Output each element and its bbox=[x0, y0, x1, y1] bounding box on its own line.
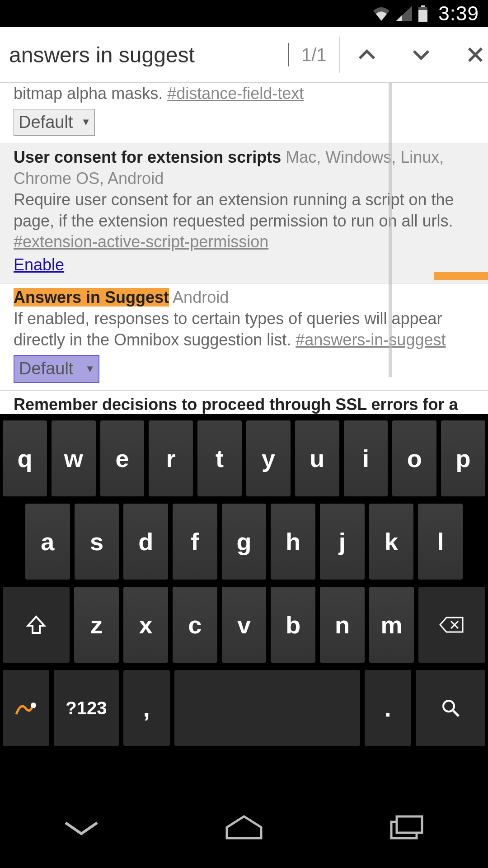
key-space[interactable] bbox=[174, 670, 360, 746]
key-r[interactable]: r bbox=[149, 420, 193, 496]
key-shift[interactable] bbox=[3, 587, 70, 663]
navigation-bar bbox=[0, 787, 488, 868]
find-in-page-bar: 1/1 bbox=[0, 27, 488, 83]
key-b[interactable]: b bbox=[271, 587, 315, 663]
key-search[interactable] bbox=[416, 670, 485, 746]
keyboard-row-1: q w e r t y u i o p bbox=[3, 420, 485, 496]
key-w[interactable]: w bbox=[52, 420, 96, 496]
find-close-button[interactable] bbox=[448, 28, 488, 82]
find-match-count: 1/1 bbox=[289, 37, 340, 73]
key-symbols[interactable]: ?123 bbox=[54, 670, 119, 746]
cell-signal-icon bbox=[396, 6, 412, 21]
key-a[interactable]: a bbox=[25, 504, 70, 580]
svg-rect-2 bbox=[418, 10, 427, 22]
find-prev-button[interactable] bbox=[340, 28, 394, 82]
soft-keyboard: q w e r t y u i o p a s d f g h j k l z … bbox=[0, 414, 488, 762]
flag-item-answers-in-suggest: Answers in Suggest Android If enabled, r… bbox=[0, 283, 488, 391]
key-j[interactable]: j bbox=[320, 504, 365, 580]
key-h[interactable]: h bbox=[271, 504, 315, 580]
svg-line-5 bbox=[453, 711, 459, 716]
svg-rect-7 bbox=[397, 816, 422, 833]
key-e[interactable]: e bbox=[100, 420, 145, 496]
scrollbar-thumb[interactable] bbox=[389, 83, 392, 377]
key-n[interactable]: n bbox=[320, 587, 365, 663]
key-g[interactable]: g bbox=[222, 504, 267, 580]
nav-home-button[interactable] bbox=[203, 805, 285, 850]
flag-item-extension-consent: User consent for extension scripts Mac, … bbox=[0, 143, 488, 283]
svg-rect-0 bbox=[421, 5, 425, 7]
key-s[interactable]: s bbox=[75, 504, 119, 580]
find-next-button[interactable] bbox=[394, 28, 448, 82]
page-content[interactable]: bitmap alpha masks. #distance-field-text… bbox=[0, 83, 488, 414]
key-y[interactable]: y bbox=[246, 420, 291, 496]
flag-hash-link[interactable]: #answers-in-suggest bbox=[296, 330, 446, 349]
flag-enable-link[interactable]: Enable bbox=[14, 255, 64, 276]
key-c[interactable]: c bbox=[173, 587, 217, 663]
key-k[interactable]: k bbox=[369, 504, 414, 580]
status-time: 3:39 bbox=[438, 2, 479, 25]
flag-select[interactable]: Default▼ bbox=[14, 109, 95, 136]
key-f[interactable]: f bbox=[173, 504, 217, 580]
key-q[interactable]: q bbox=[3, 420, 47, 496]
svg-point-4 bbox=[443, 701, 454, 712]
flag-hash-link[interactable]: #distance-field-text bbox=[167, 84, 304, 103]
nav-recents-button[interactable] bbox=[366, 805, 447, 850]
key-m[interactable]: m bbox=[369, 587, 414, 663]
key-u[interactable]: u bbox=[295, 420, 339, 496]
key-d[interactable]: d bbox=[123, 504, 168, 580]
key-p[interactable]: p bbox=[441, 420, 485, 496]
flag-select[interactable]: Default▼ bbox=[14, 355, 99, 382]
svg-point-3 bbox=[31, 703, 36, 708]
keyboard-row-4: ?123 , . bbox=[3, 670, 485, 746]
flag-item-ssl-errors: Remember decisions to proceed through SS… bbox=[0, 391, 488, 414]
status-bar: 3:39 bbox=[0, 0, 488, 27]
find-input[interactable] bbox=[0, 43, 289, 66]
wifi-icon bbox=[372, 6, 390, 21]
key-x[interactable]: x bbox=[123, 587, 168, 663]
battery-icon bbox=[418, 5, 428, 22]
keyboard-row-3: z x c v b n m bbox=[3, 587, 485, 663]
key-comma[interactable]: , bbox=[123, 670, 170, 746]
keyboard-row-2: a s d f g h j k l bbox=[3, 504, 485, 580]
key-v[interactable]: v bbox=[222, 587, 267, 663]
flag-item-distance-field: bitmap alpha masks. #distance-field-text… bbox=[0, 83, 488, 143]
key-z[interactable]: z bbox=[74, 587, 119, 663]
key-swype[interactable] bbox=[3, 670, 49, 746]
key-period[interactable]: . bbox=[365, 670, 411, 746]
find-scroll-marker bbox=[434, 272, 488, 280]
key-backspace[interactable] bbox=[418, 587, 485, 663]
nav-back-button[interactable] bbox=[41, 805, 122, 850]
flag-hash-link[interactable]: #extension-active-script-permission bbox=[14, 232, 268, 251]
key-l[interactable]: l bbox=[418, 504, 463, 580]
find-highlight: Answers in Suggest bbox=[14, 288, 169, 307]
key-o[interactable]: o bbox=[392, 420, 436, 496]
key-t[interactable]: t bbox=[197, 420, 242, 496]
key-i[interactable]: i bbox=[344, 420, 388, 496]
